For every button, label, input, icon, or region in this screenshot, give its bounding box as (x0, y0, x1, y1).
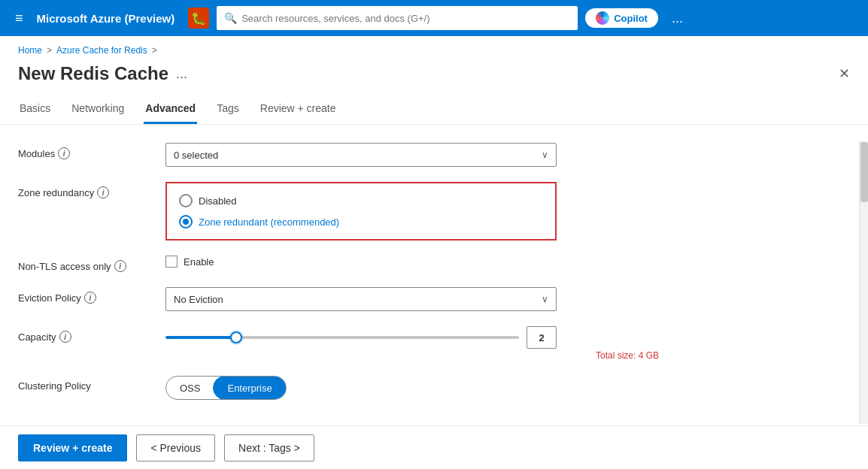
close-icon[interactable]: ✕ (839, 65, 850, 82)
non-tls-row: Non-TLS access only i Enable (18, 256, 659, 272)
modules-row: Modules i 0 selected ∨ (18, 143, 659, 167)
eviction-policy-info-icon[interactable]: i (84, 292, 96, 304)
clustering-policy-toggle: OSS Enterprise (165, 376, 287, 400)
clustering-policy-label: Clustering Policy (18, 376, 153, 392)
scrollbar-track[interactable] (859, 141, 868, 424)
zone-redundancy-info-icon[interactable]: i (97, 186, 109, 198)
radio-zone-redundant-label: Zone redundant (recommended) (199, 216, 339, 228)
radio-inner-dot (183, 219, 189, 225)
capacity-control: 2 Total size: 4 GB (165, 326, 659, 361)
capacity-slider-container: 2 (165, 326, 557, 349)
tab-networking[interactable]: Networking (70, 96, 126, 124)
non-tls-control: Enable (165, 256, 659, 268)
page-title: New Redis Cache (18, 63, 168, 84)
search-box[interactable]: 🔍 (217, 6, 578, 30)
footer-bar: Review + create < Previous Next : Tags > (0, 425, 868, 469)
page-header-left: New Redis Cache ... (18, 63, 187, 84)
capacity-label: Capacity i (18, 326, 153, 343)
modules-dropdown[interactable]: 0 selected ∨ (165, 143, 557, 167)
tab-review-create[interactable]: Review + create (259, 96, 338, 124)
tabs-bar: Basics Networking Advanced Tags Review +… (0, 84, 868, 125)
clustering-policy-row: Clustering Policy OSS Enterprise (18, 376, 659, 400)
modules-label: Modules i (18, 143, 153, 159)
non-tls-checkbox-control[interactable]: Enable (165, 256, 659, 268)
zone-redundancy-section: Disabled Zone redundant (recommended) (165, 182, 557, 241)
breadcrumb: Home > Azure Cache for Redis > (0, 36, 868, 56)
previous-button[interactable]: < Previous (136, 434, 215, 461)
page-container: Home > Azure Cache for Redis > New Redis… (0, 36, 868, 469)
modules-value: 0 selected (174, 150, 218, 161)
zone-redundancy-label: Zone redundancy i (18, 182, 153, 198)
tab-tags[interactable]: Tags (215, 96, 241, 124)
eviction-dropdown-arrow-icon: ∨ (542, 294, 548, 304)
cluster-oss-option[interactable]: OSS (166, 377, 214, 399)
copilot-logo-icon (596, 11, 609, 25)
modules-info-icon[interactable]: i (58, 147, 70, 159)
capacity-slider-track[interactable] (165, 330, 519, 345)
copilot-label: Copilot (614, 13, 648, 24)
non-tls-info-icon[interactable]: i (114, 260, 126, 272)
eviction-policy-control: No Eviction ∨ (165, 287, 659, 311)
radio-zone-redundant[interactable]: Zone redundant (recommended) (179, 215, 543, 228)
eviction-policy-label: Eviction Policy i (18, 287, 153, 304)
radio-disabled-label: Disabled (199, 195, 237, 207)
radio-disabled[interactable]: Disabled (179, 194, 543, 207)
page-header: New Redis Cache ... ✕ (0, 56, 868, 84)
eviction-policy-value: No Eviction (174, 294, 223, 305)
capacity-total-size: Total size: 4 GB (165, 350, 659, 361)
tab-advanced[interactable]: Advanced (144, 96, 197, 124)
breadcrumb-sep-2: > (152, 45, 157, 56)
bug-icon[interactable]: 🐛 (188, 8, 209, 29)
topbar: ≡ Microsoft Azure (Preview) 🐛 🔍 Copilot … (0, 0, 868, 36)
app-title: Microsoft Azure (Preview) (37, 12, 175, 25)
cluster-enterprise-option[interactable]: Enterprise (213, 376, 286, 400)
non-tls-checkbox[interactable] (165, 256, 178, 268)
capacity-slider-thumb[interactable] (230, 331, 242, 343)
breadcrumb-redis[interactable]: Azure Cache for Redis (56, 45, 147, 56)
capacity-slider-fill (165, 336, 519, 339)
hamburger-icon[interactable]: ≡ (9, 8, 29, 29)
next-tags-button[interactable]: Next : Tags > (224, 434, 314, 461)
zone-redundancy-row: Zone redundancy i Disabled Zone redundan… (18, 182, 659, 241)
non-tls-checkbox-label: Enable (184, 256, 214, 268)
copilot-button[interactable]: Copilot (585, 8, 658, 28)
zone-redundancy-control: Disabled Zone redundant (recommended) (165, 182, 659, 241)
search-input[interactable] (241, 13, 570, 24)
eviction-policy-row: Eviction Policy i No Eviction ∨ (18, 287, 659, 311)
eviction-policy-dropdown[interactable]: No Eviction ∨ (165, 287, 557, 311)
dropdown-arrow-icon: ∨ (542, 150, 548, 160)
page-more-icon[interactable]: ... (176, 66, 187, 82)
search-icon: 🔍 (224, 12, 237, 24)
radio-zone-redundant-indicator (179, 215, 193, 228)
breadcrumb-home[interactable]: Home (18, 45, 42, 56)
tab-basics[interactable]: Basics (18, 96, 52, 124)
capacity-row: Capacity i 2 Total size: 4 GB (18, 326, 659, 361)
non-tls-label: Non-TLS access only i (18, 256, 153, 272)
topbar-more-icon[interactable]: ... (666, 8, 689, 29)
capacity-value-box: 2 (527, 326, 557, 349)
modules-control: 0 selected ∨ (165, 143, 659, 167)
form-content: Modules i 0 selected ∨ Zone redundancy i (0, 125, 677, 427)
clustering-policy-control: OSS Enterprise (165, 376, 659, 400)
capacity-info-icon[interactable]: i (59, 331, 71, 343)
review-create-button[interactable]: Review + create (18, 434, 127, 461)
scrollbar-thumb[interactable] (860, 142, 868, 202)
radio-disabled-indicator (179, 194, 193, 207)
breadcrumb-sep-1: > (47, 45, 52, 56)
